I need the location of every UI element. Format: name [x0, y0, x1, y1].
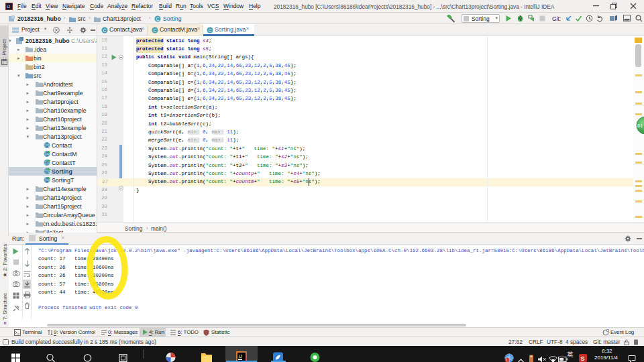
svg-text:C: C — [156, 17, 160, 21]
svg-text:IJ: IJ — [7, 5, 10, 9]
svg-text:S: S — [581, 355, 585, 362]
svg-text:C: C — [209, 28, 212, 33]
svg-text:C: C — [103, 28, 107, 33]
svg-text:C: C — [45, 143, 48, 147]
svg-text:IJ: IJ — [239, 354, 242, 359]
svg-text:C: C — [154, 28, 157, 33]
svg-text:61: 61 — [637, 123, 643, 129]
